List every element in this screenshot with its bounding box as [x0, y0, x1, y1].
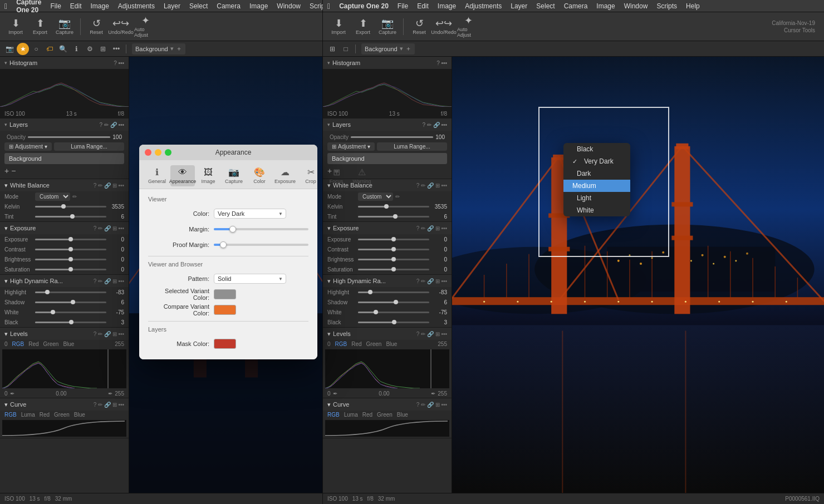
- apple-menu-right[interactable]: : [327, 2, 330, 11]
- curve-blue-left[interactable]: Blue: [74, 412, 85, 418]
- tab-focus[interactable]: ⊞ Focus: [324, 165, 349, 186]
- hdr-highlight-right[interactable]: [358, 291, 429, 293]
- exposure-header-left[interactable]: ▾ Exposure ? ✏ 🔗 ⊞ •••: [0, 222, 129, 234]
- dialog-close-btn[interactable]: [145, 149, 151, 156]
- dialog-max-btn[interactable]: [165, 149, 171, 156]
- curve-luma-right[interactable]: Luma: [344, 412, 358, 418]
- del-layer-btn-left[interactable]: −: [11, 166, 16, 175]
- wb-mode-select-left[interactable]: Custom: [35, 192, 70, 201]
- dropdown-item-medium[interactable]: Medium: [563, 180, 630, 192]
- levels-red-left[interactable]: Red: [28, 341, 38, 347]
- levels-rgb-left[interactable]: RGB: [12, 341, 24, 347]
- hdr-white-right[interactable]: [358, 312, 429, 313]
- undo-btn-right[interactable]: ↩↪ Undo/Redo: [433, 14, 455, 39]
- layer-item-background-right[interactable]: Background: [327, 153, 447, 164]
- wb-tint-slider-left[interactable]: [35, 216, 106, 218]
- layers-header-left[interactable]: ▾ Layers ? ✏ 🔗 •••: [0, 118, 129, 131]
- apple-menu[interactable]: : [4, 2, 7, 11]
- export-btn[interactable]: ⬆ Export: [29, 14, 51, 39]
- menu-view-right[interactable]: Image: [596, 2, 615, 10]
- tab-warning[interactable]: ⚠ Warning: [350, 165, 374, 186]
- histogram-header-left[interactable]: ▾ Histogram ? •••: [0, 57, 129, 69]
- more-icon-btn[interactable]: •••: [110, 43, 122, 55]
- auto-adjust-btn-right[interactable]: ✦ Auto Adjust: [457, 14, 479, 39]
- levels-green-right[interactable]: Green: [366, 341, 382, 347]
- levels-blue-right[interactable]: Blue: [386, 341, 397, 347]
- square-icon-right[interactable]: □: [340, 43, 352, 55]
- menu-file-left[interactable]: File: [50, 2, 61, 10]
- hdr-slider-white[interactable]: [35, 312, 106, 313]
- levels-blue-left[interactable]: Blue: [63, 341, 74, 347]
- menu-file-right[interactable]: File: [398, 2, 408, 10]
- dropdown-item-dark[interactable]: Dark: [563, 167, 630, 180]
- wb-kelvin-slider-right[interactable]: [358, 206, 429, 207]
- menu-adjustments-left[interactable]: Adjustments: [118, 2, 155, 10]
- undo-btn[interactable]: ↩↪ Undo/Redo: [110, 14, 132, 39]
- gear-icon-btn[interactable]: ⚙: [84, 43, 96, 55]
- margin-slider[interactable]: [214, 226, 308, 233]
- dropdown-item-light[interactable]: Light: [563, 192, 630, 204]
- curve-header-left[interactable]: ▾ Curve ? ✏ 🔗 ⊞ •••: [0, 398, 129, 411]
- curve-green-right[interactable]: Green: [377, 412, 393, 418]
- menu-select-left[interactable]: Select: [189, 2, 208, 10]
- tab-exposure[interactable]: ☁ Exposure: [273, 165, 297, 186]
- hdr-header-left[interactable]: ▾ High Dynamic Ra... ? ✏ 🔗 ⊞ •••: [0, 275, 129, 287]
- selected-variant-swatch[interactable]: [214, 289, 236, 299]
- color-select[interactable]: Very Dark Black Dark Medium Light White: [214, 209, 286, 219]
- menu-edit-right[interactable]: Edit: [417, 2, 429, 10]
- capture-btn-right[interactable]: 📷 Capture: [376, 14, 399, 39]
- camera-icon-btn[interactable]: 📷: [3, 43, 16, 55]
- menu-help-right[interactable]: Help: [686, 2, 700, 10]
- curve-red-right[interactable]: Red: [362, 412, 372, 418]
- exp-slider-1[interactable]: [35, 249, 106, 250]
- opacity-slider-left[interactable]: [28, 136, 110, 138]
- tab-crop[interactable]: ✂ Crop: [298, 165, 323, 186]
- levels-header-left[interactable]: ▾ Levels ? ✏ 🔗 ⊞ •••: [0, 328, 129, 340]
- curve-rgb-right[interactable]: RGB: [327, 412, 340, 418]
- compare-variant-swatch[interactable]: [214, 305, 236, 315]
- reset-btn-right[interactable]: ↺ Reset: [408, 14, 430, 39]
- wb-tint-slider-right[interactable]: [358, 216, 429, 218]
- curve-luma-left[interactable]: Luma: [21, 412, 35, 418]
- hdr-slider-highlight[interactable]: [35, 291, 106, 293]
- hdr-black-right[interactable]: [358, 322, 429, 323]
- grid-icon-btn[interactable]: ⊞: [97, 43, 109, 55]
- menu-layer-left[interactable]: Layer: [164, 2, 180, 10]
- reset-btn[interactable]: ↺ Reset: [85, 14, 107, 39]
- tab-image[interactable]: 🖼 Image: [196, 165, 220, 186]
- curve-header-right[interactable]: ▾ Curve ? ✏ 🔗 ⊞ •••: [323, 398, 452, 411]
- curve-red-left[interactable]: Red: [40, 412, 50, 418]
- luma-btn-left[interactable]: Luma Range...: [54, 142, 124, 151]
- tag-icon-btn[interactable]: 🏷: [43, 43, 56, 55]
- wb-kelvin-slider-left[interactable]: [35, 206, 106, 207]
- menu-layer-right[interactable]: Layer: [511, 2, 527, 10]
- levels-red-right[interactable]: Red: [351, 341, 361, 347]
- hdr-slider-shadow[interactable]: [35, 302, 106, 303]
- pattern-select[interactable]: Solid: [214, 274, 286, 284]
- histogram-header-right[interactable]: ▾ Histogram ? •••: [323, 57, 452, 69]
- search-icon-btn[interactable]: 🔍: [57, 43, 69, 55]
- luma-btn-right[interactable]: Luma Range...: [377, 142, 447, 151]
- curve-blue-right[interactable]: Blue: [397, 412, 408, 418]
- dialog-min-btn[interactable]: [155, 149, 161, 156]
- dropdown-item-white[interactable]: White: [563, 204, 630, 216]
- adjustment-btn-right[interactable]: ⊞ Adjustment ▾: [327, 142, 375, 151]
- menu-adjustments-right[interactable]: Adjustments: [465, 2, 502, 10]
- levels-rgb-right[interactable]: RGB: [335, 341, 347, 347]
- adjustment-btn-left[interactable]: ⊞ Adjustment ▾: [4, 142, 52, 151]
- menu-scripts-right[interactable]: Scripts: [656, 2, 677, 10]
- hdr-shadow-right[interactable]: [358, 302, 429, 303]
- opacity-slider-right[interactable]: [351, 136, 433, 138]
- proof-margin-slider[interactable]: [214, 241, 308, 248]
- hdr-slider-black[interactable]: [35, 322, 106, 323]
- grid-icon-right[interactable]: ⊞: [326, 43, 339, 55]
- star-icon-btn[interactable]: ★: [17, 43, 29, 55]
- menu-view-left[interactable]: Image: [249, 2, 268, 10]
- layer-item-background-left[interactable]: Background: [4, 153, 124, 164]
- levels-header-right[interactable]: ▾ Levels ? ✏ 🔗 ⊞ •••: [323, 328, 452, 340]
- wb-mode-select-right[interactable]: Custom: [358, 192, 393, 201]
- exp-slider-right-0[interactable]: [358, 239, 429, 240]
- exposure-header-right[interactable]: ▾ Exposure ? ✏ 🔗 ⊞ •••: [323, 222, 452, 234]
- tab-general[interactable]: ℹ General: [145, 165, 169, 186]
- exp-slider-right-3[interactable]: [358, 269, 429, 270]
